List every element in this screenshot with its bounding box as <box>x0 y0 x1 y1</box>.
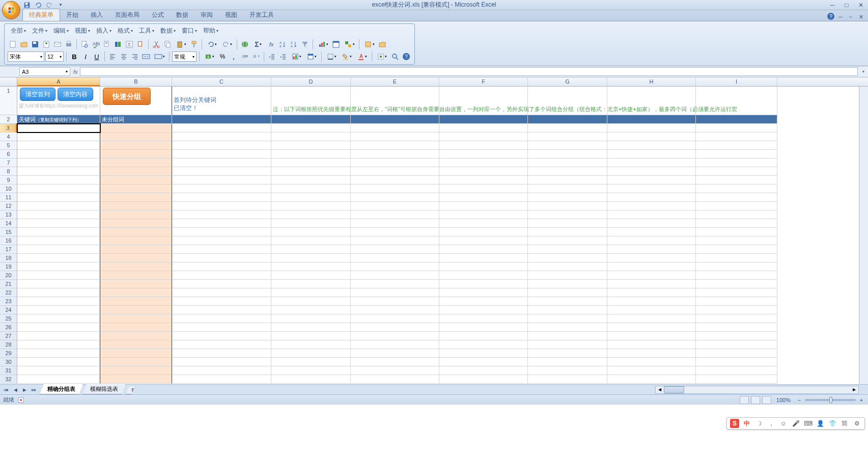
cell-I27[interactable] <box>696 332 777 340</box>
col-header-A[interactable]: A <box>17 77 100 86</box>
cell-B25[interactable] <box>100 314 172 323</box>
row-header-3[interactable]: 3 <box>0 124 17 132</box>
cell-B13[interactable] <box>100 210 172 219</box>
cell-H16[interactable] <box>607 236 696 245</box>
cell-B10[interactable] <box>100 184 172 193</box>
cell-I8[interactable] <box>696 167 777 176</box>
print-preview-icon[interactable] <box>79 39 90 49</box>
cell-F24[interactable] <box>439 306 528 314</box>
cell-B18[interactable] <box>100 254 172 262</box>
menu-data[interactable]: 数据▾ <box>157 25 179 36</box>
clear-content-button[interactable]: 清空内容 <box>58 88 93 101</box>
cell-D31[interactable] <box>271 366 351 375</box>
cell-E30[interactable] <box>351 358 439 366</box>
row-header-8[interactable]: 8 <box>0 167 17 176</box>
spell-icon[interactable]: ABC <box>91 39 101 49</box>
cell-C12[interactable] <box>172 202 271 210</box>
insert-cells-icon[interactable]: ▾ <box>375 51 389 62</box>
name-box[interactable]: A3▾ <box>19 67 70 76</box>
percent-icon[interactable]: % <box>217 51 228 62</box>
cell-F18[interactable] <box>439 254 528 262</box>
cell-I32[interactable] <box>696 375 777 384</box>
cell-B5[interactable] <box>100 141 172 150</box>
vertical-scrollbar[interactable] <box>859 87 868 384</box>
cell-C26[interactable] <box>172 323 271 332</box>
cell-H15[interactable] <box>607 228 696 236</box>
print-icon[interactable] <box>64 39 74 49</box>
cell-B2[interactable]: 未分组词 <box>100 115 172 124</box>
horizontal-scrollbar[interactable]: ◀ ▶ <box>655 386 859 394</box>
cell-B30[interactable] <box>100 358 172 366</box>
redo-icon[interactable] <box>45 1 54 9</box>
cell-F19[interactable] <box>439 262 528 271</box>
select-all-button[interactable] <box>0 77 17 87</box>
autosum-icon[interactable]: Σ▾ <box>251 39 265 49</box>
row-header-25[interactable]: 25 <box>0 314 17 323</box>
cell-D9[interactable] <box>271 176 351 184</box>
cell-E29[interactable] <box>351 349 439 358</box>
cell-B24[interactable] <box>100 306 172 314</box>
cell-C2[interactable] <box>172 115 271 124</box>
cell-B9[interactable] <box>100 176 172 184</box>
dec-decimal-icon[interactable]: .0 <box>251 51 261 62</box>
help-icon[interactable]: ? <box>827 13 834 20</box>
thesaurus-icon[interactable] <box>113 39 123 49</box>
cell-A2[interactable]: 关键词（复制关键词到下列） <box>17 115 100 124</box>
col-header-I[interactable]: I <box>696 77 777 86</box>
inc-indent-icon[interactable] <box>278 51 288 62</box>
cell-H25[interactable] <box>607 314 696 323</box>
sort-desc-icon[interactable]: ZA <box>289 39 299 49</box>
ribbon-tab-classic[interactable]: 经典菜单 <box>22 9 60 21</box>
cell-H23[interactable] <box>607 297 696 306</box>
cell-F5[interactable] <box>439 141 528 150</box>
cell-E11[interactable] <box>351 193 439 202</box>
cell-B7[interactable] <box>100 158 172 167</box>
cell-E26[interactable] <box>351 323 439 332</box>
cell-A20[interactable] <box>17 271 100 280</box>
row-header-17[interactable]: 17 <box>0 245 17 254</box>
cell-E21[interactable] <box>351 280 439 288</box>
cell-B12[interactable] <box>100 202 172 210</box>
cell-H4[interactable] <box>607 132 696 141</box>
cell-D28[interactable] <box>271 340 351 349</box>
cell-H19[interactable] <box>607 262 696 271</box>
ribbon-tab-review[interactable]: 审阅 <box>194 9 219 21</box>
cell-D25[interactable] <box>271 314 351 323</box>
save-icon[interactable] <box>22 1 32 9</box>
row-header-21[interactable]: 21 <box>0 280 17 288</box>
bold-icon[interactable]: B <box>69 51 79 62</box>
row-header-11[interactable]: 11 <box>0 193 17 202</box>
cell-F1[interactable] <box>439 87 528 115</box>
cell-H27[interactable] <box>607 332 696 340</box>
cell-C5[interactable] <box>172 141 271 150</box>
cell-D24[interactable] <box>271 306 351 314</box>
cell-B11[interactable] <box>100 193 172 202</box>
zoom-out-icon[interactable]: − <box>796 397 803 403</box>
cell-A27[interactable] <box>17 332 100 340</box>
cell-D12[interactable] <box>271 202 351 210</box>
permission-icon[interactable] <box>41 39 51 49</box>
cell-H32[interactable] <box>607 375 696 384</box>
row-header-13[interactable]: 13 <box>0 210 17 219</box>
cell-G1[interactable] <box>528 87 607 115</box>
menu-tools[interactable]: 工具▾ <box>136 25 157 36</box>
cell-E3[interactable] <box>351 124 439 132</box>
cell-G10[interactable] <box>528 184 607 193</box>
cell-F14[interactable] <box>439 219 528 228</box>
cell-B31[interactable] <box>100 366 172 375</box>
cell-C16[interactable] <box>172 236 271 245</box>
font-size-select[interactable]: 12▾ <box>45 51 64 62</box>
cell-E10[interactable] <box>351 184 439 193</box>
cell-E2[interactable] <box>351 115 439 124</box>
cell-I3[interactable] <box>696 124 777 132</box>
cell-D3[interactable] <box>271 124 351 132</box>
cell-I22[interactable] <box>696 288 777 297</box>
sheet-last-icon[interactable]: ⏭ <box>30 386 38 394</box>
cell-F25[interactable] <box>439 314 528 323</box>
cell-H5[interactable] <box>607 141 696 150</box>
cell-A1[interactable]: 清空首列清空内容廖为祥博客https://liaoweixiang.com <box>17 87 100 115</box>
cell-A28[interactable] <box>17 340 100 349</box>
cell-G24[interactable] <box>528 306 607 314</box>
cell-I21[interactable] <box>696 280 777 288</box>
ribbon-tab-view[interactable]: 视图 <box>219 9 243 21</box>
